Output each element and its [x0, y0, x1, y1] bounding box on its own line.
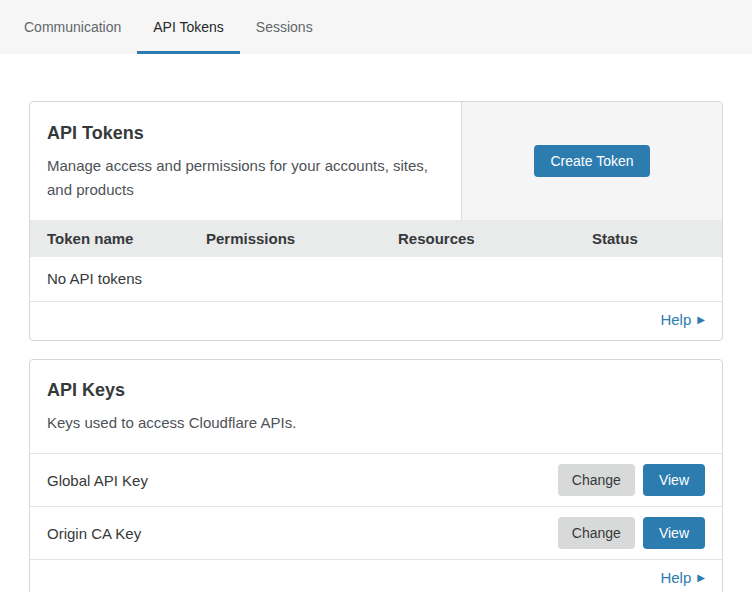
keys-card-footer: Help ▶ [30, 559, 722, 592]
tab-sessions[interactable]: Sessions [240, 0, 329, 54]
global-api-key-view-button[interactable]: View [643, 464, 705, 496]
tab-sessions-label: Sessions [256, 19, 313, 35]
key-name: Origin CA Key [47, 525, 558, 542]
global-api-key-change-button[interactable]: Change [558, 464, 635, 496]
key-row-origin-ca-key: Origin CA Key Change View [30, 506, 722, 559]
column-header-permissions: Permissions [206, 230, 398, 247]
origin-ca-key-change-button[interactable]: Change [558, 517, 635, 549]
column-header-status: Status [592, 230, 722, 247]
tab-bar: Communication API Tokens Sessions [0, 0, 752, 54]
api-keys-card-header: API Keys Keys used to access Cloudflare … [30, 360, 722, 453]
tab-communication[interactable]: Communication [8, 0, 137, 54]
key-name: Global API Key [47, 472, 558, 489]
keys-help-label: Help [660, 569, 691, 586]
api-tokens-title: API Tokens [47, 123, 443, 144]
api-tokens-card-header-action: Create Token [461, 102, 722, 220]
tab-communication-label: Communication [24, 19, 121, 35]
origin-ca-key-view-button[interactable]: View [643, 517, 705, 549]
api-keys-title: API Keys [47, 380, 704, 401]
tokens-help-label: Help [660, 311, 691, 328]
tokens-table-header: Token name Permissions Resources Status [30, 220, 722, 257]
key-row-global-api-key: Global API Key Change View [30, 453, 722, 506]
tab-api-tokens-label: API Tokens [153, 19, 224, 35]
tokens-help-arrow-icon: ▶ [697, 315, 705, 325]
api-tokens-subtitle: Manage access and permissions for your a… [47, 154, 443, 202]
tokens-help-link[interactable]: Help ▶ [660, 311, 705, 328]
api-tokens-card-header-text: API Tokens Manage access and permissions… [30, 102, 461, 220]
api-tokens-card-header: API Tokens Manage access and permissions… [30, 102, 722, 220]
keys-help-arrow-icon: ▶ [697, 573, 705, 583]
api-tokens-card: API Tokens Manage access and permissions… [29, 101, 723, 341]
tab-api-tokens[interactable]: API Tokens [137, 0, 240, 54]
keys-help-link[interactable]: Help ▶ [660, 569, 705, 586]
page-content: API Tokens Manage access and permissions… [0, 54, 752, 592]
api-keys-card: API Keys Keys used to access Cloudflare … [29, 359, 723, 592]
column-header-resources: Resources [398, 230, 592, 247]
column-header-token-name: Token name [47, 230, 206, 247]
create-token-button[interactable]: Create Token [534, 145, 649, 177]
tokens-card-footer: Help ▶ [30, 301, 722, 340]
tokens-empty-text: No API tokens [47, 270, 142, 287]
api-keys-subtitle: Keys used to access Cloudflare APIs. [47, 411, 704, 435]
tokens-empty-row: No API tokens [30, 257, 722, 301]
